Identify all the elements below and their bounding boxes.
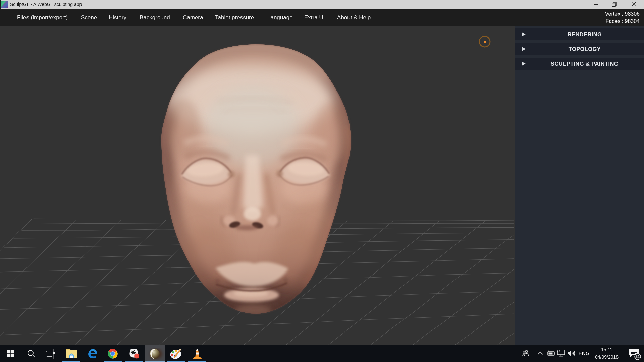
svg-text:21: 21 bbox=[635, 354, 640, 359]
svg-text:1: 1 bbox=[136, 354, 138, 358]
